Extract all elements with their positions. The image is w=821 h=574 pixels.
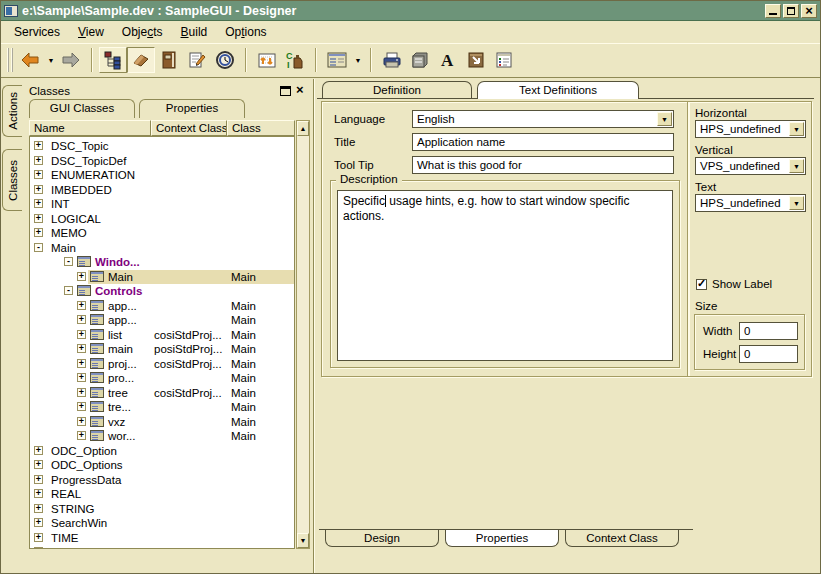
tree-expander-icon[interactable]: + [77, 388, 86, 397]
tree-expander-icon[interactable]: + [34, 214, 43, 223]
height-input[interactable]: 0 [739, 345, 798, 363]
tree-expander-icon[interactable]: + [77, 417, 86, 426]
tree-row[interactable]: + pro... Main [30, 371, 294, 386]
toolbar-grip[interactable] [7, 48, 13, 72]
tree-row[interactable]: + DSC_TopicDef [30, 154, 294, 169]
tree-row[interactable]: + Main Main [30, 270, 294, 285]
tree-expander-icon[interactable]: + [34, 141, 43, 150]
title-input[interactable]: Application name [412, 133, 674, 151]
show-label-checkbox[interactable] [696, 279, 707, 290]
tree-row[interactable]: + tree cosiStdProj... Main [30, 386, 294, 401]
dock-icon[interactable] [280, 86, 291, 96]
generate-ci-button[interactable]: CI [281, 47, 309, 73]
form-options-button[interactable] [490, 47, 518, 73]
width-input[interactable]: 0 [739, 322, 798, 340]
menu-item[interactable]: Build [172, 23, 217, 41]
tree-row[interactable]: + STRING [30, 502, 294, 517]
panel-tab[interactable]: GUI Classes [29, 99, 135, 118]
tree-expander-icon[interactable]: + [77, 402, 86, 411]
tree-row[interactable]: + wor... Main [30, 429, 294, 444]
tree-expander-icon[interactable]: + [77, 359, 86, 368]
tree-row[interactable]: + main posiStdProj... Main [30, 342, 294, 357]
tree-expander-icon[interactable]: - [64, 286, 73, 295]
tree-expander-icon[interactable]: + [34, 460, 43, 469]
chevron-down-icon[interactable] [789, 159, 804, 173]
tree-expander-icon[interactable]: + [77, 330, 86, 339]
form-view-dropdown-button[interactable] [352, 47, 364, 73]
print-button[interactable] [378, 47, 406, 73]
tree-expander-icon[interactable]: + [77, 272, 86, 281]
close-button[interactable] [801, 4, 817, 18]
tree-expander-icon[interactable]: + [34, 533, 43, 542]
language-combobox[interactable]: English [412, 110, 674, 128]
column-header[interactable]: Class [227, 120, 295, 136]
tree-row[interactable]: + DSC_Topic [30, 139, 294, 154]
vertical-combobox[interactable]: VPS_undefined [695, 157, 806, 175]
text-combobox[interactable]: HPS_undefined [695, 194, 806, 212]
sidebar-tab-actions[interactable]: Actions [2, 85, 22, 137]
column-header[interactable]: Name [29, 120, 151, 136]
view-tab[interactable]: Properties [445, 530, 559, 547]
chevron-down-icon[interactable] [657, 112, 672, 126]
description-textarea[interactable]: Specific usage hints, e.g. how to start … [337, 190, 673, 361]
tree-expander-icon[interactable]: + [77, 301, 86, 310]
tree-expander-icon[interactable]: + [34, 170, 43, 179]
font-button[interactable]: A [434, 47, 462, 73]
sidebar-tab-classes[interactable]: Classes [2, 149, 22, 211]
form-view-button[interactable] [323, 47, 351, 73]
tree-expander-icon[interactable]: + [77, 315, 86, 324]
menu-item[interactable]: View [69, 23, 113, 41]
column-header[interactable]: Context Class [151, 120, 227, 136]
tree-row[interactable]: + vxz Main [30, 415, 294, 430]
forward-button[interactable] [57, 47, 85, 73]
tree-expander-icon[interactable]: + [34, 228, 43, 237]
tree-expander-icon[interactable]: + [77, 431, 86, 440]
minimize-button[interactable] [765, 4, 781, 18]
tree-expander-icon[interactable]: - [34, 243, 43, 252]
tree-row[interactable]: + ENUMERATION [30, 168, 294, 183]
tree-expander-icon[interactable]: + [77, 373, 86, 382]
title-bar[interactable]: e:\Sample\Sample.dev : SampleGUI - Desig… [1, 1, 820, 21]
tree-row[interactable]: + REAL [30, 487, 294, 502]
panel-close-icon[interactable] [295, 85, 307, 97]
scroll-down-icon[interactable] [297, 533, 309, 548]
tree-expander-icon[interactable]: + [77, 344, 86, 353]
tree-row[interactable]: + app... Main [30, 313, 294, 328]
tree-row[interactable]: + MEMO [30, 226, 294, 241]
back-button[interactable] [16, 47, 44, 73]
tree-row[interactable]: + SearchWin [30, 516, 294, 531]
chevron-down-icon[interactable] [789, 122, 804, 136]
tree-row[interactable]: + IMBEDDED [30, 183, 294, 198]
maximize-button[interactable] [783, 4, 799, 18]
tree-row[interactable]: + proj... cosiStdProj... Main [30, 357, 294, 372]
menu-item[interactable]: Services [5, 23, 69, 41]
book-button[interactable] [155, 47, 183, 73]
tree-expander-icon[interactable]: + [34, 489, 43, 498]
view-tab[interactable]: Context Class [565, 530, 679, 547]
export-form-button[interactable] [462, 47, 490, 73]
menu-item[interactable]: Options [216, 23, 275, 41]
tree-expander-icon[interactable]: + [34, 504, 43, 513]
tree-scrollbar[interactable] [296, 120, 310, 549]
tree-expander-icon[interactable]: + [34, 156, 43, 165]
tooltip-input[interactable]: What is this good for [412, 156, 674, 174]
archive-button[interactable] [406, 47, 434, 73]
class-tree-button[interactable] [99, 47, 127, 73]
tree-row[interactable]: - Windo... [30, 255, 294, 270]
tree-row[interactable]: + ODC_Option [30, 444, 294, 459]
tree-row[interactable]: + INT [30, 197, 294, 212]
edit-button[interactable] [183, 47, 211, 73]
tree-expander-icon[interactable]: + [34, 446, 43, 455]
tree-row[interactable]: + list cosiStdProj... Main [30, 328, 294, 343]
tree-row[interactable]: + tre... Main [30, 400, 294, 415]
back-dropdown-button[interactable] [45, 47, 57, 73]
tree-row[interactable]: + app... Main [30, 299, 294, 314]
menu-item[interactable]: Objects [113, 23, 172, 41]
tree-expander-icon[interactable]: + [34, 199, 43, 208]
view-tab[interactable]: Design [325, 530, 439, 547]
tree-row[interactable]: - Main [30, 241, 294, 256]
eraser-button[interactable] [127, 47, 155, 73]
definition-tab[interactable]: Text Definitions [477, 81, 639, 99]
tree-row[interactable]: + TIME [30, 531, 294, 546]
tree-expander-icon[interactable]: + [34, 547, 43, 549]
